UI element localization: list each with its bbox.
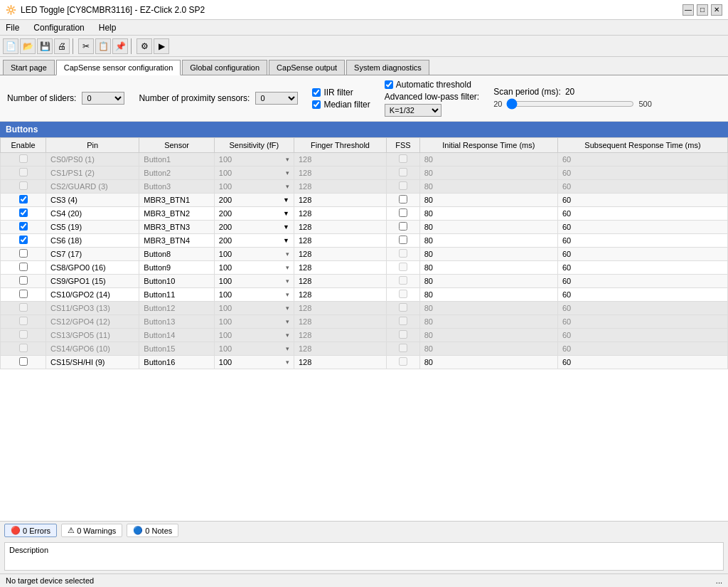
tab-start[interactable]: Start page	[3, 60, 55, 75]
adv-filter-label: Advanced low-pass filter:	[385, 92, 479, 102]
scan-period-slider[interactable]	[506, 98, 634, 110]
fss-checkbox-5[interactable]	[399, 222, 407, 231]
sensitivity-dropdown-4[interactable]: ▼	[283, 210, 289, 217]
sensitivity-dropdown-disabled-11: ▾	[286, 305, 289, 312]
tab-global[interactable]: Global configuration	[182, 60, 267, 75]
enable-checkbox-6[interactable]	[19, 236, 28, 244]
sensitivity-cell-15: 100▾	[214, 356, 294, 369]
maximize-button[interactable]: □	[697, 4, 708, 16]
menu-file[interactable]: File	[3, 22, 22, 33]
subsequent-response-cell-13: 60	[557, 329, 727, 342]
toolbar-new[interactable]: 📄	[3, 38, 18, 54]
toolbar-open[interactable]: 📂	[20, 38, 36, 54]
pin-cell-14: CS14/GPO6 (10)	[46, 342, 139, 356]
enable-checkbox-11[interactable]	[19, 303, 28, 312]
sensitivity-dropdown-disabled-0: ▾	[286, 156, 289, 163]
toolbar-print[interactable]: 🖨	[54, 38, 70, 54]
enable-checkbox-3[interactable]	[19, 195, 28, 203]
subsequent-response-cell-14: 60	[557, 342, 727, 356]
auto-threshold-label: Automatic threshold	[396, 80, 471, 90]
pin-cell-9: CS9/GPO1 (15)	[46, 275, 139, 288]
sensor-cell-1: Button2	[139, 166, 215, 180]
finger-threshold-cell-5: 128	[294, 221, 386, 234]
num-sliders-select[interactable]: 012	[82, 92, 124, 105]
subsequent-response-cell-7: 60	[557, 248, 727, 261]
initial-response-cell-4: 80	[419, 207, 557, 221]
sensor-cell-14: Button15	[139, 342, 215, 356]
median-filter-label: Median filter	[323, 100, 370, 110]
menu-configuration[interactable]: Configuration	[31, 22, 87, 33]
notes-icon: 🔵	[133, 526, 143, 535]
subsequent-response-cell-3: 60	[557, 194, 727, 207]
initial-response-cell-10: 80	[419, 288, 557, 302]
enable-checkbox-13[interactable]	[19, 330, 28, 339]
toolbar-paste[interactable]: 📌	[112, 38, 128, 54]
table-row: CS0/PS0 (1)Button1100▾1288060	[1, 153, 728, 166]
table-row: CS8/GPO0 (16)Button9100▾1288060	[1, 261, 728, 275]
sensitivity-dropdown-disabled-9: ▾	[286, 277, 289, 285]
sensitivity-dropdown-6[interactable]: ▼	[283, 237, 289, 244]
finger-threshold-cell-1: 128	[294, 166, 386, 180]
num-prox-select[interactable]: 01	[255, 92, 298, 105]
initial-response-cell-7: 80	[419, 248, 557, 261]
menu-help[interactable]: Help	[96, 22, 119, 33]
errors-button[interactable]: 🔴 0 Errors	[4, 524, 57, 537]
subsequent-response-cell-0: 60	[557, 153, 727, 166]
close-button[interactable]: ✕	[711, 4, 722, 16]
col-subsequent-response: Subsequent Response Time (ms)	[557, 138, 727, 153]
adv-filter-select[interactable]: K=1/32K=1/16K=1/8	[385, 104, 441, 117]
toolbar-cut[interactable]: ✂	[78, 38, 94, 54]
sensitivity-dropdown-disabled-7: ▾	[286, 250, 289, 258]
finger-threshold-cell-15: 128	[294, 356, 386, 369]
enable-checkbox-10[interactable]	[19, 290, 28, 298]
enable-checkbox-15[interactable]	[19, 357, 28, 366]
pin-cell-3: CS3 (4)	[46, 194, 139, 207]
table-row: CS2/GUARD (3)Button3100▾1288060	[1, 180, 728, 194]
tab-output[interactable]: CapSense output	[269, 60, 345, 75]
enable-checkbox-14[interactable]	[19, 344, 28, 352]
iir-filter-checkbox[interactable]	[312, 88, 321, 97]
initial-response-cell-2: 80	[419, 180, 557, 194]
sensor-cell-12: Button13	[139, 315, 215, 329]
sensitivity-dropdown-disabled-10: ▾	[286, 291, 289, 298]
sensor-cell-9: Button10	[139, 275, 215, 288]
notes-button[interactable]: 🔵 0 Notes	[127, 524, 178, 537]
sensitivity-cell-0: 100▾	[214, 153, 294, 166]
toolbar-save[interactable]: 💾	[37, 38, 53, 54]
median-filter-checkbox[interactable]	[312, 100, 321, 109]
enable-checkbox-2[interactable]	[19, 181, 28, 190]
enable-checkbox-5[interactable]	[19, 222, 28, 231]
subsequent-response-cell-4: 60	[557, 207, 727, 221]
fss-checkbox-6[interactable]	[399, 236, 407, 244]
tab-diagnostics[interactable]: System diagnostics	[346, 60, 429, 75]
subsequent-response-cell-8: 60	[557, 261, 727, 275]
enable-checkbox-8[interactable]	[19, 263, 28, 271]
sensitivity-dropdown-5[interactable]: ▼	[283, 223, 289, 231]
toolbar-copy[interactable]: 📋	[95, 38, 111, 54]
enable-checkbox-9[interactable]	[19, 276, 28, 285]
sensitivity-dropdown-3[interactable]: ▼	[283, 196, 289, 203]
enable-checkbox-7[interactable]	[19, 249, 28, 258]
sensor-cell-8: Button9	[139, 261, 215, 275]
pin-cell-10: CS10/GPO2 (14)	[46, 288, 139, 302]
enable-checkbox-4[interactable]	[19, 208, 28, 217]
fss-checkbox-3[interactable]	[399, 195, 407, 203]
tab-capsense[interactable]: CapSense sensor configuration	[56, 60, 181, 75]
enable-checkbox-1[interactable]	[19, 168, 28, 176]
sensor-cell-0: Button1	[139, 153, 215, 166]
auto-threshold-checkbox[interactable]	[385, 80, 393, 89]
fss-checkbox-4[interactable]	[399, 208, 407, 217]
sensor-cell-3: MBR3_BTN1	[139, 194, 215, 207]
fss-checkbox-11	[399, 303, 407, 312]
sensitivity-cell-1: 100▾	[214, 166, 294, 180]
enable-checkbox-0[interactable]	[19, 154, 28, 163]
enable-checkbox-12[interactable]	[19, 317, 28, 325]
toolbar-action2[interactable]: ▶	[154, 38, 169, 54]
table-row: CS9/GPO1 (15)Button10100▾1288060	[1, 275, 728, 288]
pin-cell-0: CS0/PS0 (1)	[46, 153, 139, 166]
toolbar-action1[interactable]: ⚙	[136, 38, 152, 54]
minimize-button[interactable]: —	[682, 4, 694, 16]
warnings-button[interactable]: ⚠ 0 Warnings	[61, 524, 122, 537]
bottom-status-text: No target device selected	[6, 576, 94, 585]
sensitivity-cell-9: 100▾	[214, 275, 294, 288]
